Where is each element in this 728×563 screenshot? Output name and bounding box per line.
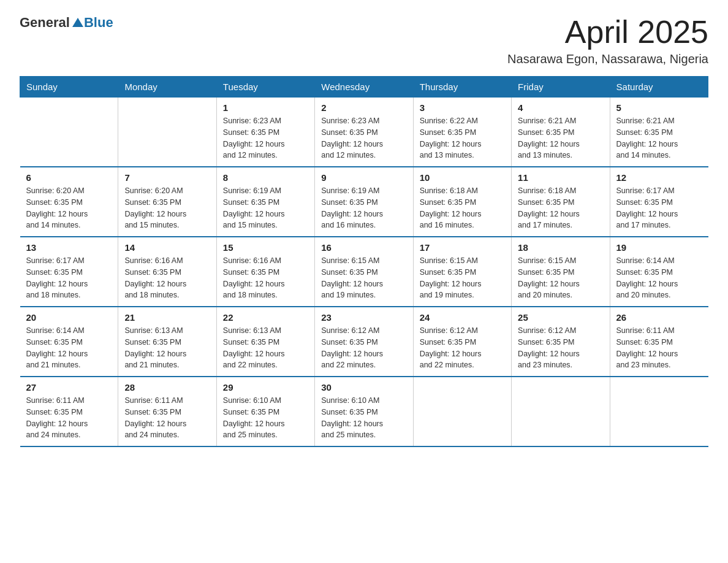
calendar-header: SundayMondayTuesdayWednesdayThursdayFrid… (20, 77, 708, 98)
day-info: Sunrise: 6:18 AM Sunset: 6:35 PM Dayligh… (420, 185, 505, 231)
day-info: Sunrise: 6:19 AM Sunset: 6:35 PM Dayligh… (223, 185, 308, 231)
day-info: Sunrise: 6:11 AM Sunset: 6:35 PM Dayligh… (26, 395, 112, 441)
day-number: 29 (223, 382, 308, 393)
day-cell: 25Sunrise: 6:12 AM Sunset: 6:35 PM Dayli… (512, 307, 610, 377)
day-info: Sunrise: 6:21 AM Sunset: 6:35 PM Dayligh… (518, 115, 603, 161)
day-cell: 2Sunrise: 6:23 AM Sunset: 6:35 PM Daylig… (315, 98, 413, 167)
day-info: Sunrise: 6:21 AM Sunset: 6:35 PM Dayligh… (616, 115, 702, 161)
day-cell: 14Sunrise: 6:16 AM Sunset: 6:35 PM Dayli… (118, 237, 216, 307)
header-cell-tuesday: Tuesday (216, 77, 314, 98)
header-cell-monday: Monday (118, 77, 216, 98)
day-cell: 21Sunrise: 6:13 AM Sunset: 6:35 PM Dayli… (118, 307, 216, 377)
day-number: 18 (518, 242, 603, 253)
day-cell (512, 377, 610, 446)
day-number: 26 (616, 312, 702, 323)
day-number: 27 (26, 382, 112, 393)
day-number: 7 (124, 172, 210, 183)
day-cell: 11Sunrise: 6:18 AM Sunset: 6:35 PM Dayli… (512, 167, 610, 237)
day-info: Sunrise: 6:15 AM Sunset: 6:35 PM Dayligh… (420, 255, 505, 301)
day-cell: 13Sunrise: 6:17 AM Sunset: 6:35 PM Dayli… (20, 237, 118, 307)
svg-marker-0 (72, 18, 83, 27)
page-title: April 2025 (507, 15, 708, 50)
day-info: Sunrise: 6:23 AM Sunset: 6:35 PM Dayligh… (321, 115, 406, 161)
day-number: 3 (420, 102, 505, 113)
day-cell: 26Sunrise: 6:11 AM Sunset: 6:35 PM Dayli… (610, 307, 708, 377)
day-number: 8 (223, 172, 308, 183)
header-cell-friday: Friday (512, 77, 610, 98)
week-row-1: 1Sunrise: 6:23 AM Sunset: 6:35 PM Daylig… (20, 98, 708, 167)
day-cell: 18Sunrise: 6:15 AM Sunset: 6:35 PM Dayli… (512, 237, 610, 307)
day-number: 25 (518, 312, 603, 323)
week-row-5: 27Sunrise: 6:11 AM Sunset: 6:35 PM Dayli… (20, 377, 708, 446)
day-number: 14 (124, 242, 210, 253)
day-cell (20, 98, 118, 167)
day-number: 15 (223, 242, 308, 253)
day-number: 11 (518, 172, 603, 183)
day-info: Sunrise: 6:18 AM Sunset: 6:35 PM Dayligh… (518, 185, 603, 231)
header-cell-thursday: Thursday (413, 77, 511, 98)
header-row: SundayMondayTuesdayWednesdayThursdayFrid… (20, 77, 708, 98)
day-number: 13 (26, 242, 112, 253)
day-cell: 20Sunrise: 6:14 AM Sunset: 6:35 PM Dayli… (20, 307, 118, 377)
logo-text-blue: Blue (84, 15, 113, 31)
day-number: 20 (26, 312, 112, 323)
day-number: 16 (321, 242, 406, 253)
header-cell-saturday: Saturday (610, 77, 708, 98)
day-cell: 23Sunrise: 6:12 AM Sunset: 6:35 PM Dayli… (315, 307, 413, 377)
day-number: 21 (124, 312, 210, 323)
day-cell: 22Sunrise: 6:13 AM Sunset: 6:35 PM Dayli… (216, 307, 314, 377)
logo: GeneralBlue (20, 15, 113, 31)
day-cell: 12Sunrise: 6:17 AM Sunset: 6:35 PM Dayli… (610, 167, 708, 237)
calendar-table: SundayMondayTuesdayWednesdayThursdayFrid… (20, 76, 708, 447)
day-number: 19 (616, 242, 702, 253)
header-cell-wednesday: Wednesday (315, 77, 413, 98)
day-info: Sunrise: 6:20 AM Sunset: 6:35 PM Dayligh… (26, 185, 112, 231)
day-cell: 28Sunrise: 6:11 AM Sunset: 6:35 PM Dayli… (118, 377, 216, 446)
day-cell: 4Sunrise: 6:21 AM Sunset: 6:35 PM Daylig… (512, 98, 610, 167)
day-info: Sunrise: 6:12 AM Sunset: 6:35 PM Dayligh… (321, 325, 406, 371)
title-block: April 2025 Nasarawa Egon, Nassarawa, Nig… (507, 15, 708, 66)
day-info: Sunrise: 6:11 AM Sunset: 6:35 PM Dayligh… (124, 395, 210, 441)
week-row-4: 20Sunrise: 6:14 AM Sunset: 6:35 PM Dayli… (20, 307, 708, 377)
day-info: Sunrise: 6:13 AM Sunset: 6:35 PM Dayligh… (223, 325, 308, 371)
day-info: Sunrise: 6:14 AM Sunset: 6:35 PM Dayligh… (26, 325, 112, 371)
day-cell: 3Sunrise: 6:22 AM Sunset: 6:35 PM Daylig… (413, 98, 511, 167)
day-cell (413, 377, 511, 446)
day-cell: 24Sunrise: 6:12 AM Sunset: 6:35 PM Dayli… (413, 307, 511, 377)
day-info: Sunrise: 6:16 AM Sunset: 6:35 PM Dayligh… (223, 255, 308, 301)
day-cell: 7Sunrise: 6:20 AM Sunset: 6:35 PM Daylig… (118, 167, 216, 237)
day-info: Sunrise: 6:12 AM Sunset: 6:35 PM Dayligh… (420, 325, 505, 371)
page-subtitle: Nasarawa Egon, Nassarawa, Nigeria (507, 52, 708, 66)
day-number: 9 (321, 172, 406, 183)
day-number: 1 (223, 102, 308, 113)
day-cell: 10Sunrise: 6:18 AM Sunset: 6:35 PM Dayli… (413, 167, 511, 237)
day-info: Sunrise: 6:16 AM Sunset: 6:35 PM Dayligh… (124, 255, 210, 301)
day-info: Sunrise: 6:11 AM Sunset: 6:35 PM Dayligh… (616, 325, 702, 371)
day-number: 17 (420, 242, 505, 253)
day-info: Sunrise: 6:13 AM Sunset: 6:35 PM Dayligh… (124, 325, 210, 371)
day-info: Sunrise: 6:14 AM Sunset: 6:35 PM Dayligh… (616, 255, 702, 301)
day-number: 10 (420, 172, 505, 183)
day-cell: 1Sunrise: 6:23 AM Sunset: 6:35 PM Daylig… (216, 98, 314, 167)
day-number: 24 (420, 312, 505, 323)
day-cell: 17Sunrise: 6:15 AM Sunset: 6:35 PM Dayli… (413, 237, 511, 307)
day-info: Sunrise: 6:19 AM Sunset: 6:35 PM Dayligh… (321, 185, 406, 231)
logo-icon (72, 17, 84, 29)
day-number: 22 (223, 312, 308, 323)
week-row-3: 13Sunrise: 6:17 AM Sunset: 6:35 PM Dayli… (20, 237, 708, 307)
day-info: Sunrise: 6:15 AM Sunset: 6:35 PM Dayligh… (518, 255, 603, 301)
day-info: Sunrise: 6:20 AM Sunset: 6:35 PM Dayligh… (124, 185, 210, 231)
calendar-body: 1Sunrise: 6:23 AM Sunset: 6:35 PM Daylig… (20, 98, 708, 447)
day-info: Sunrise: 6:17 AM Sunset: 6:35 PM Dayligh… (616, 185, 702, 231)
day-cell: 30Sunrise: 6:10 AM Sunset: 6:35 PM Dayli… (315, 377, 413, 446)
day-number: 2 (321, 102, 406, 113)
day-cell: 9Sunrise: 6:19 AM Sunset: 6:35 PM Daylig… (315, 167, 413, 237)
day-cell: 27Sunrise: 6:11 AM Sunset: 6:35 PM Dayli… (20, 377, 118, 446)
day-cell: 29Sunrise: 6:10 AM Sunset: 6:35 PM Dayli… (216, 377, 314, 446)
day-info: Sunrise: 6:22 AM Sunset: 6:35 PM Dayligh… (420, 115, 505, 161)
day-number: 30 (321, 382, 406, 393)
day-cell: 16Sunrise: 6:15 AM Sunset: 6:35 PM Dayli… (315, 237, 413, 307)
day-number: 23 (321, 312, 406, 323)
day-info: Sunrise: 6:17 AM Sunset: 6:35 PM Dayligh… (26, 255, 112, 301)
day-cell: 8Sunrise: 6:19 AM Sunset: 6:35 PM Daylig… (216, 167, 314, 237)
